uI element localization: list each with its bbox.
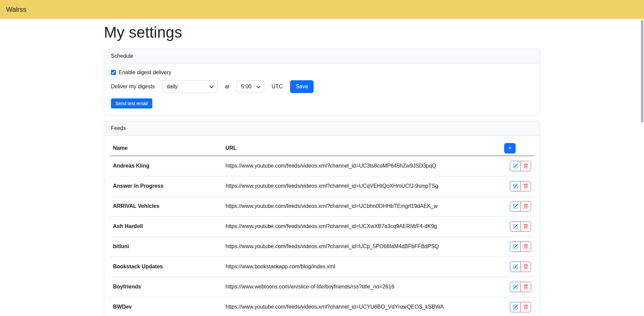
edit-feed-button[interactable] (510, 161, 521, 171)
trash-icon (523, 284, 528, 289)
save-button[interactable]: Save (290, 80, 314, 93)
schedule-card: Schedule Enable digest delivery Deliver … (104, 49, 540, 116)
plus-icon: + (508, 145, 512, 151)
delete-feed-button[interactable] (520, 181, 531, 191)
feed-url: https://www.youtube.com/feeds/videos.xml… (222, 216, 501, 236)
feed-actions-group (510, 161, 531, 171)
trash-icon (523, 264, 528, 269)
pencil-square-icon (513, 264, 518, 269)
column-header-name: Name (110, 141, 222, 156)
trash-icon (523, 164, 528, 169)
feed-actions-group (510, 262, 531, 272)
feed-name: BWDev (110, 297, 222, 316)
feed-name: Answer In Progress (110, 176, 222, 196)
feed-url: https://www.webtoons.com/en/slice-of-lif… (222, 277, 501, 297)
at-label: at (225, 84, 229, 90)
enable-digest-label: Enable digest delivery (119, 70, 171, 76)
delete-feed-button[interactable] (520, 241, 531, 252)
feed-actions-group (510, 282, 531, 292)
feed-actions (501, 176, 534, 196)
feed-url: https://www.youtube.com/feeds/videos.xml… (222, 156, 501, 176)
timezone-label: UTC (272, 84, 283, 90)
frequency-select[interactable]: daily (162, 80, 217, 93)
feed-row: Answer In Progress https://www.youtube.c… (110, 176, 534, 196)
delete-feed-button[interactable] (520, 161, 531, 171)
feed-url: https://www.youtube.com/feeds/videos.xml… (222, 236, 501, 257)
delete-feed-button[interactable] (520, 201, 531, 212)
feed-url: https://www.youtube.com/feeds/videos.xml… (222, 176, 501, 196)
feed-name: Bookstack Updates (110, 257, 222, 277)
feeds-header-row: Name URL + (110, 141, 534, 156)
trash-icon (523, 204, 528, 209)
feeds-card-header: Feeds (104, 121, 540, 136)
feed-url: https://www.youtube.com/feeds/videos.xml… (222, 196, 501, 216)
feeds-table-body: Andreas Kling https://www.youtube.com/fe… (110, 156, 534, 316)
feed-actions (501, 297, 534, 316)
edit-feed-button[interactable] (510, 181, 521, 191)
delete-feed-button[interactable] (520, 262, 531, 272)
feeds-table-head: Name URL + (110, 141, 534, 156)
edit-feed-button[interactable] (510, 221, 521, 232)
deliver-label: Deliver my digests (111, 84, 155, 90)
feed-row: Boyfriends https://www.webtoons.com/en/s… (110, 277, 534, 297)
feed-name: Andreas Kling (110, 156, 222, 176)
feed-name: ARRIVAL Vehicles (110, 196, 222, 216)
trash-icon (523, 184, 528, 189)
brand-link[interactable]: Walrss (6, 6, 26, 13)
feed-actions-group (510, 241, 531, 252)
pencil-square-icon (513, 224, 518, 229)
feed-name: bitluni (110, 236, 222, 257)
column-header-actions: + (501, 141, 534, 156)
delete-feed-button[interactable] (520, 282, 531, 292)
delete-feed-button[interactable] (520, 221, 531, 232)
feed-row: BWDev https://www.youtube.com/feeds/vide… (110, 297, 534, 316)
feed-url: https://www.bookstackapp.com/blog/index.… (222, 257, 501, 277)
feeds-table: Name URL + Andreas Kling https://www.you… (110, 141, 534, 316)
page-title: My settings (104, 24, 540, 41)
feed-name: Ash Hardell (110, 216, 222, 236)
time-select[interactable]: 5:00 (237, 80, 264, 93)
feed-url: https://www.youtube.com/feeds/videos.xml… (222, 297, 501, 316)
feed-actions (501, 277, 534, 297)
schedule-card-body: Enable digest delivery Deliver my digest… (104, 63, 540, 115)
feed-actions-group (510, 302, 531, 312)
edit-feed-button[interactable] (510, 201, 521, 212)
feed-name: Boyfriends (110, 277, 222, 297)
feed-actions (501, 216, 534, 236)
edit-feed-button[interactable] (510, 241, 521, 252)
delete-feed-button[interactable] (520, 302, 531, 312)
top-navbar: Walrss (0, 0, 644, 19)
feed-actions (501, 236, 534, 257)
feed-row: bitluni https://www.youtube.com/feeds/vi… (110, 236, 534, 257)
enable-digest-row: Enable digest delivery (111, 70, 533, 76)
frequency-select-wrap: daily (162, 80, 217, 93)
scrollbar-thumb[interactable] (641, 20, 643, 123)
edit-feed-button[interactable] (510, 302, 521, 312)
trash-icon (523, 305, 528, 310)
schedule-card-header: Schedule (104, 49, 540, 63)
feed-actions (501, 196, 534, 216)
edit-feed-button[interactable] (510, 262, 521, 272)
feed-actions-group (510, 221, 531, 232)
pencil-square-icon (513, 184, 518, 189)
feed-actions (501, 156, 534, 176)
feeds-card: Feeds Name URL + Andreas Kling https://w… (104, 121, 540, 316)
trash-icon (523, 244, 528, 249)
feed-row: Bookstack Updates https://www.bookstacka… (110, 257, 534, 277)
feeds-card-body: Name URL + Andreas Kling https://www.you… (104, 136, 540, 316)
feed-row: Andreas Kling https://www.youtube.com/fe… (110, 156, 534, 176)
add-feed-button[interactable]: + (504, 143, 516, 153)
time-select-wrap: 5:00 (237, 80, 264, 93)
delivery-controls-row: Deliver my digests daily at 5:00 UTC Sav… (111, 80, 533, 93)
pencil-square-icon (513, 284, 518, 289)
edit-feed-button[interactable] (510, 282, 521, 292)
pencil-square-icon (513, 244, 518, 249)
send-test-email-button[interactable]: Send test email (111, 98, 152, 108)
enable-digest-checkbox[interactable] (111, 70, 116, 75)
main-content: My settings Schedule Enable digest deliv… (104, 24, 540, 316)
feed-row: Ash Hardell https://www.youtube.com/feed… (110, 216, 534, 236)
feed-row: ARRIVAL Vehicles https://www.youtube.com… (110, 196, 534, 216)
pencil-square-icon (513, 305, 518, 310)
feed-actions (501, 257, 534, 277)
column-header-url: URL (222, 141, 501, 156)
